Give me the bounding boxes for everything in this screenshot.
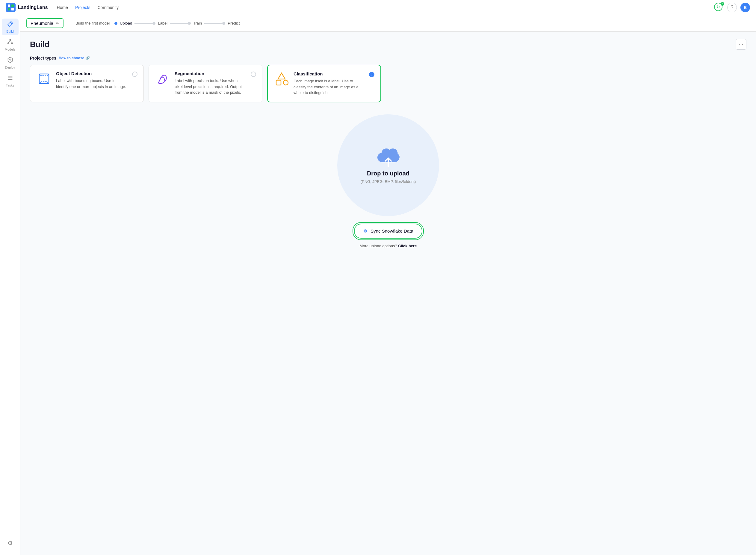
- svg-marker-19: [278, 73, 285, 79]
- drop-subtitle: (PNG, JPEG, BMP, files/folders): [361, 179, 416, 184]
- step-label-train: Train: [193, 21, 202, 26]
- page-title: Build: [30, 40, 49, 49]
- pipeline-steps: Build the first model Upload Label Train: [76, 21, 242, 26]
- sync-btn-label: Sync Snowflake Data: [370, 228, 413, 233]
- step-dot-label: [153, 22, 155, 25]
- drop-title: Drop to upload: [367, 170, 409, 177]
- how-to-choose-link[interactable]: How to choose 🔗: [59, 56, 90, 60]
- step-upload: Upload: [114, 21, 134, 26]
- svg-rect-20: [276, 80, 281, 85]
- sync-btn-highlight: ❄ Sync Snowflake Data: [353, 222, 424, 240]
- sidebar-item-settings[interactable]: ⚙: [2, 535, 18, 551]
- card-classification[interactable]: Classification Each image itself is a la…: [267, 65, 381, 102]
- sidebar-tasks-label: Tasks: [6, 84, 14, 87]
- svg-line-9: [10, 40, 12, 43]
- project-header: Pneumonia ✏ Build the first model Upload…: [21, 15, 756, 32]
- app-name: LandingLens: [18, 5, 48, 10]
- svg-rect-4: [11, 8, 14, 10]
- object-detection-icon: [36, 71, 52, 87]
- project-types-label: Project types: [30, 56, 56, 60]
- sidebar-item-tasks[interactable]: Tasks: [2, 73, 18, 89]
- settings-icon: ⚙: [7, 540, 13, 547]
- svg-point-5: [10, 40, 11, 41]
- project-types-section: Project types How to choose 🔗: [30, 56, 746, 60]
- more-options-button[interactable]: ···: [735, 39, 746, 50]
- project-name-box[interactable]: Pneumonia ✏: [26, 18, 64, 28]
- step-dot-upload: [114, 22, 117, 25]
- nav-community[interactable]: Community: [97, 5, 119, 10]
- user-avatar[interactable]: B: [741, 3, 750, 12]
- step-label-label: Label: [158, 21, 167, 26]
- sidebar-bottom: ⚙: [2, 535, 18, 551]
- card-desc-od: Label with bounding boxes. Use to identi…: [56, 78, 128, 89]
- click-here-link[interactable]: Click here: [398, 244, 416, 248]
- edit-icon: ✏: [56, 21, 59, 26]
- project-type-cards: Object Detection Label with bounding box…: [30, 65, 746, 102]
- card-content-od: Object Detection Label with bounding box…: [56, 71, 128, 89]
- app-layout: Build Models Deploy: [0, 15, 756, 555]
- card-title-seg: Segmentation: [174, 71, 246, 76]
- external-link-icon: 🔗: [85, 56, 90, 60]
- card-object-detection[interactable]: Object Detection Label with bounding box…: [30, 65, 144, 102]
- card-title-od: Object Detection: [56, 71, 128, 76]
- build-icon: [7, 20, 13, 29]
- step-label-predict: Predict: [228, 21, 240, 26]
- svg-point-21: [283, 80, 288, 85]
- svg-point-7: [11, 43, 12, 44]
- step-predict: Predict: [222, 21, 242, 26]
- status-indicator: ↻ ✓: [714, 3, 724, 12]
- step-line-3: [204, 23, 222, 24]
- card-segmentation[interactable]: Segmentation Label with precision tools.…: [149, 65, 263, 102]
- nav-right: ↻ ✓ ? B: [714, 3, 750, 12]
- deploy-icon: [7, 56, 13, 65]
- logo[interactable]: LandingLens: [6, 3, 48, 12]
- tasks-icon: [7, 75, 13, 83]
- step-line-2: [170, 23, 188, 24]
- card-content-cls: Classification Each image itself is a la…: [293, 71, 365, 96]
- classification-icon: [274, 71, 289, 87]
- radio-seg[interactable]: [251, 72, 256, 77]
- main-content: Build ··· Project types How to choose 🔗: [21, 32, 756, 555]
- sidebar-deploy-label: Deploy: [5, 66, 15, 69]
- step-label-upload: Upload: [120, 21, 132, 26]
- help-button[interactable]: ?: [727, 3, 737, 12]
- svg-rect-14: [41, 76, 47, 82]
- svg-rect-2: [11, 4, 14, 7]
- card-desc-cls: Each image itself is a label. Use to cla…: [293, 78, 365, 96]
- svg-rect-1: [8, 4, 10, 7]
- sidebar: Build Models Deploy: [0, 15, 21, 555]
- card-content-seg: Segmentation Label with precision tools.…: [174, 71, 246, 95]
- sidebar-models-label: Models: [5, 48, 15, 51]
- pipeline-label: Build the first model: [76, 21, 110, 26]
- models-icon: [7, 39, 13, 47]
- step-dot-predict: [222, 22, 225, 25]
- nav-projects[interactable]: Projects: [75, 5, 90, 10]
- svg-rect-3: [8, 8, 10, 10]
- sync-snowflake-button[interactable]: ❄ Sync Snowflake Data: [354, 224, 422, 239]
- drop-zone[interactable]: Drop to upload (PNG, JPEG, BMP, files/fo…: [337, 114, 439, 216]
- sidebar-build-label: Build: [6, 30, 13, 33]
- nav-home[interactable]: Home: [57, 5, 68, 10]
- snowflake-icon: ❄: [363, 228, 367, 234]
- step-line-1: [134, 23, 153, 24]
- sidebar-item-models[interactable]: Models: [2, 37, 18, 53]
- nav-links: Home Projects Community: [57, 5, 119, 10]
- radio-od[interactable]: [132, 72, 137, 77]
- sidebar-item-build[interactable]: Build: [2, 18, 18, 35]
- sidebar-item-deploy[interactable]: Deploy: [2, 54, 18, 71]
- upload-area: Drop to upload (PNG, JPEG, BMP, files/fo…: [30, 114, 746, 248]
- step-train: Train: [188, 21, 204, 26]
- segmentation-icon: [155, 71, 170, 87]
- more-options-text: More upload options? Click here: [360, 244, 417, 248]
- card-desc-seg: Label with precision tools. Use when pix…: [174, 78, 246, 95]
- cloud-upload-icon: [376, 147, 400, 168]
- step-label: Label: [153, 21, 170, 26]
- svg-line-8: [8, 40, 10, 43]
- card-title-cls: Classification: [293, 71, 365, 76]
- project-name: Pneumonia: [31, 20, 53, 26]
- page-title-row: Build ···: [30, 39, 746, 50]
- svg-point-6: [7, 43, 9, 44]
- status-check-icon: ✓: [721, 2, 724, 6]
- radio-cls[interactable]: ✓: [369, 72, 374, 77]
- step-dot-train: [188, 22, 191, 25]
